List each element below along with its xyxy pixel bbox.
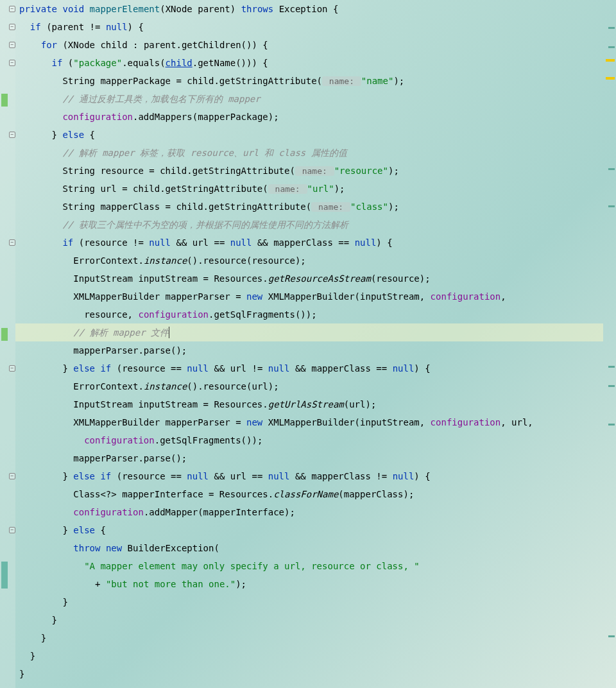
code-line[interactable]: } [19,611,616,629]
fold-handle[interactable]: − [9,365,15,372]
code-line[interactable]: XMLMapperBuilder mapperParser = new XMLM… [19,288,616,305]
code-line[interactable]: private void mapperElement(XNode parent)… [19,0,616,18]
code-line[interactable]: throw new BuilderException( [19,539,616,557]
parameter-hint: name: [322,76,361,86]
minimap-marker [608,366,615,368]
code-line[interactable]: String mapperClass = child.getStringAttr… [19,198,616,216]
minimap-marker [608,27,615,29]
code-line[interactable]: mapperParser.parse(); [19,341,616,359]
code-line[interactable]: + "but not more than one."); [19,575,616,593]
code-line[interactable]: resource, configuration.getSqlFragments(… [19,305,616,323]
code-line[interactable]: // 解析 mapper 文件 [19,323,616,341]
code-line[interactable]: // 解析 mapper 标签，获取 resource、url 和 class … [19,144,616,162]
minimap-marker [608,385,615,387]
gutter[interactable]: − − − − − − − − − [0,0,15,688]
code-line[interactable]: InputStream inputStream = Resources.getU… [19,395,616,413]
minimap-marker [608,46,615,48]
fold-handle[interactable]: − [9,60,15,66]
code-line[interactable]: } else { [19,126,616,144]
gutter-change-marker [1,562,8,589]
code-line[interactable]: configuration.addMapper(mapperInterface)… [19,503,616,521]
code-line[interactable]: String resource = child.getStringAttribu… [19,162,616,180]
code-line[interactable]: if ("package".equals(child.getName())) { [19,54,616,72]
code-area[interactable]: private void mapperElement(XNode parent)… [15,0,616,688]
code-line[interactable]: ErrorContext.instance().resource(resourc… [19,252,616,270]
code-line[interactable]: configuration.addMappers(mapperPackage); [19,108,616,126]
code-line[interactable]: } [19,593,616,611]
code-line[interactable]: } else { [19,521,616,539]
code-line[interactable]: // 通过反射工具类，加载包名下所有的 mapper [19,90,616,108]
code-line[interactable]: if (parent != null) { [19,18,616,36]
parameter-hint: name: [295,166,334,176]
minimap-warning-marker [606,77,615,80]
fold-handle[interactable]: − [9,6,15,12]
minimap-marker [608,635,615,637]
code-line[interactable]: String mapperPackage = child.getStringAt… [19,72,616,90]
fold-handle[interactable]: − [9,239,15,246]
fold-handle[interactable]: − [9,132,15,138]
code-line[interactable]: configuration.getSqlFragments()); [19,431,616,449]
code-line[interactable]: for (XNode child : parent.getChildren())… [19,36,616,54]
gutter-change-marker [1,328,8,341]
fold-handle[interactable]: − [9,24,15,30]
fold-handle[interactable]: − [9,473,15,479]
fold-handle[interactable]: − [9,42,15,48]
fold-handle[interactable]: − [9,527,15,533]
code-line[interactable]: } [19,647,616,665]
code-line[interactable]: } [19,629,616,647]
parameter-hint: name: [268,184,307,194]
minimap-marker [608,205,615,207]
code-editor[interactable]: − − − − − − − − − private void mapperEle… [0,0,616,688]
code-line[interactable]: mapperParser.parse(); [19,449,616,467]
minimap-marker [608,424,615,426]
code-line[interactable]: } [19,665,616,683]
minimap-warning-marker [606,59,615,62]
code-line[interactable]: Class<?> mapperInterface = Resources.cla… [19,485,616,503]
code-line[interactable]: "A mapper element may only specify a url… [19,557,616,575]
code-line[interactable]: } else if (resource == null && url != nu… [19,359,616,377]
code-line[interactable]: } else if (resource == null && url == nu… [19,467,616,485]
code-line[interactable]: XMLMapperBuilder mapperParser = new XMLM… [19,413,616,431]
code-line[interactable]: String url = child.getStringAttribute( n… [19,180,616,198]
code-line[interactable]: if (resource != null && url == null && m… [19,234,616,252]
code-line[interactable]: // 获取三个属性中不为空的项，并根据不同的属性使用不同的方法解析 [19,216,616,234]
code-line[interactable]: ErrorContext.instance().resource(url); [19,377,616,395]
minimap-scrollbar[interactable] [606,0,615,688]
minimap-marker [608,168,615,170]
text-cursor [169,327,169,338]
code-line[interactable]: InputStream inputStream = Resources.getR… [19,270,616,288]
gutter-change-marker [1,94,8,107]
parameter-hint: name: [311,202,350,212]
